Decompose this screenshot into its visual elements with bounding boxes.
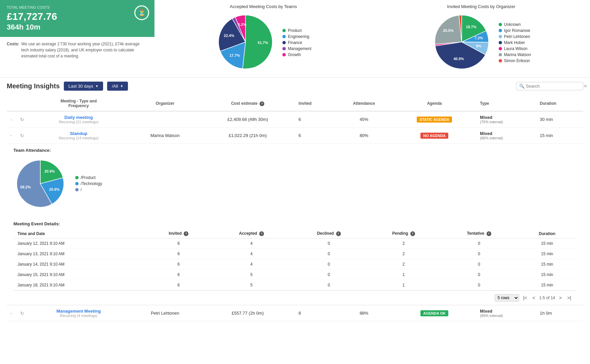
team-filter-dropdown[interactable]: /All ▼: [107, 82, 128, 91]
page-info: 1-5 of 14: [539, 295, 555, 300]
meeting-name-2[interactable]: Standup: [32, 131, 125, 136]
th-duration: Duration: [536, 96, 583, 111]
attendance-2: 80%: [335, 128, 393, 144]
accepted-pie-chart: 51.7%17.7%22.4%6.2%: [215, 12, 276, 73]
type-1: Mixed (75% internal): [476, 111, 536, 128]
dth-declined: Declined ?: [291, 229, 367, 238]
accepted-chart-container: Accepted Meeting Costs by Teams 51.7%17.…: [154, 0, 372, 77]
th-expand: [7, 96, 16, 111]
agenda-2: NO AGENDA: [393, 128, 476, 144]
organizer-2: Marina Watson: [129, 128, 201, 144]
svg-text:7.2%: 7.2%: [474, 36, 483, 40]
attendance-1: 45%: [335, 111, 393, 128]
agenda-3: AGENDA OK: [393, 305, 476, 321]
type-3: Mixed (89% internal): [476, 305, 536, 321]
pagination: 5 rows 10 rows |< < 1-5 of 14 > >|: [13, 290, 577, 305]
th-invited: Invited: [294, 96, 335, 111]
duration-3: 1h 0m: [536, 305, 583, 321]
th-cost: Cost estimate ?: [201, 96, 294, 111]
expanded-row: Team Attendance: 20.9%20.9%58.2% /Produc…: [7, 144, 583, 305]
svg-text:20.9%: 20.9%: [44, 169, 55, 173]
details-table-row: January 12, 2021 9:10 AM 6 4 0 2 0 15 mi…: [13, 238, 577, 249]
accepted-chart-title: Accepted Meeting Costs by Teams: [161, 4, 366, 9]
team-attendance-chart: 20.9%20.9%58.2% /Product /Technology /: [13, 157, 577, 211]
agenda-badge-2: NO AGENDA: [420, 133, 448, 139]
agenda-1: STATIC AGENDA: [393, 111, 476, 128]
table-row: › ↻ Daily meeting Recurring (21 meetings…: [7, 111, 583, 128]
details-table-row: January 15, 2021 9:10 AM 6 5 0 1 0 15 mi…: [13, 270, 577, 280]
dth-duration: Duration: [517, 229, 577, 238]
organizer-3: Petri Lehtonen: [129, 305, 201, 321]
cost-help-icon[interactable]: ?: [260, 101, 264, 106]
attendance-3: 88%: [335, 305, 393, 321]
svg-text:40.9%: 40.9%: [453, 57, 464, 61]
insights-title: Meeting Insights: [7, 82, 60, 90]
invited-3: 8: [294, 305, 335, 321]
cost-1: £2,409.68 (49h 30m): [201, 111, 294, 128]
clear-icon[interactable]: ✕: [584, 84, 587, 89]
dropdown-arrow2: ▼: [120, 84, 123, 88]
accepted-legend: Product Engineering Finance Management G…: [282, 28, 311, 57]
details-table-row: January 14, 2021 9:10 AM 6 4 0 2 0 15 mi…: [13, 259, 577, 270]
dth-date: Time and Date: [13, 229, 145, 238]
dth-pending: Pending ?: [367, 229, 440, 238]
prev-page-btn[interactable]: <: [531, 294, 536, 301]
event-details-section: Meeting Event Details: Time and Date Inv…: [7, 217, 583, 305]
invited-1: 6: [294, 111, 335, 128]
svg-text:58.2%: 58.2%: [20, 185, 31, 189]
agenda-badge-1: STATIC AGENDA: [417, 117, 452, 123]
svg-text:22.4%: 22.4%: [224, 34, 234, 38]
organizer-1: [129, 111, 201, 128]
cost-2: £1,022.29 (21h 0m): [201, 128, 294, 144]
svg-text:51.7%: 51.7%: [258, 41, 268, 45]
duration-2: 15 min: [536, 128, 583, 144]
cost-note-label: Costs:: [7, 41, 19, 47]
recurring-icon-3: ↻: [20, 311, 24, 316]
svg-text:6.2%: 6.2%: [238, 22, 246, 27]
expand-btn-2[interactable]: ›: [9, 135, 13, 136]
cost-note-text: We use an average 1'730 hour working yea…: [21, 41, 148, 59]
meeting-recur-1: Recurring (21 meetings): [32, 120, 125, 124]
date-filter-dropdown[interactable]: Last 30 days ▼: [64, 82, 103, 91]
dth-invited: Invited ?: [145, 229, 212, 238]
expand-btn-1[interactable]: ›: [11, 118, 12, 122]
rows-per-page-select[interactable]: 5 rows 10 rows: [495, 294, 519, 302]
total-cost-duration: 364h 10m: [7, 23, 148, 32]
hourglass-icon: ⏳: [134, 5, 149, 20]
th-meeting: Meeting - Type andFrequency: [28, 96, 129, 111]
cost-note: Costs: We use an average 1'730 hour work…: [0, 37, 154, 63]
expand-btn-3[interactable]: ›: [11, 311, 12, 315]
team-attendance-title: Team Attendance:: [13, 148, 577, 153]
details-table-row: January 18, 2021 9:10 AM 6 5 0 1 0 15 mi…: [13, 280, 577, 290]
invited-pie-chart: 18.7%7.2%8%40.9%25.5%: [432, 12, 492, 73]
total-cost-card: TOTAL MEETING COSTS £17,727.76 364h 10m …: [0, 0, 154, 37]
duration-1: 30 min: [536, 111, 583, 128]
expanded-content: Team Attendance: 20.9%20.9%58.2% /Produc…: [7, 144, 583, 217]
type-2: Mixed (86% internal): [476, 128, 536, 144]
meeting-name-3[interactable]: Management Meeting: [32, 309, 125, 314]
first-page-btn[interactable]: |<: [522, 294, 529, 301]
dth-accepted: Accepted ?: [212, 229, 291, 238]
team-legend: /Product /Technology /: [75, 175, 102, 192]
next-page-btn[interactable]: >: [558, 294, 563, 301]
recurring-icon-2: ↻: [20, 133, 24, 138]
cost-3: £557.77 (2h 0m): [201, 305, 294, 321]
th-agenda: Agenda: [393, 96, 476, 111]
meeting-recur-3: Recurring (4 meetings): [32, 314, 125, 318]
details-table: Time and Date Invited ? Accepted ? Decli…: [13, 229, 577, 290]
meeting-name-1[interactable]: Daily meeting: [32, 115, 125, 120]
total-cost-amount: £17,727.76: [7, 11, 148, 22]
search-input[interactable]: [526, 84, 582, 89]
meeting-recur-2: Recurring (14 meetings): [32, 136, 125, 140]
invited-chart-container: Invited Meeting Costs by Organizer 18.7%…: [372, 0, 590, 77]
svg-text:25.5%: 25.5%: [443, 29, 453, 33]
invited-legend: Unknown Igor Romanow Petri Lehtonen Mark…: [499, 22, 531, 63]
invited-chart-title: Invited Meeting Costs by Organizer: [379, 4, 584, 9]
total-cost-label: TOTAL MEETING COSTS: [7, 5, 148, 9]
th-type: Type: [476, 96, 536, 111]
table-row: › ↻ Standup Recurring (14 meetings) Mari…: [7, 128, 583, 144]
svg-text:18.7%: 18.7%: [466, 25, 476, 29]
details-table-row: January 13, 2021 9:10 AM 6 4 0 2 0 15 mi…: [13, 249, 577, 259]
th-icon: [16, 96, 28, 111]
last-page-btn[interactable]: >|: [566, 294, 573, 301]
